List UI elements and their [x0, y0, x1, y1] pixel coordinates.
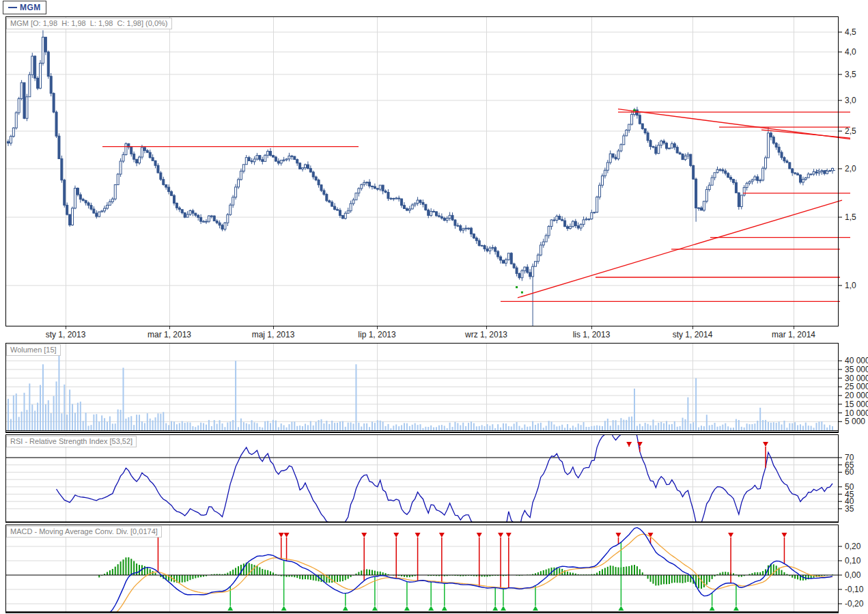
macd-borders — [5, 525, 839, 613]
rsi-chart[interactable]: 70656050454035 — [0, 434, 868, 523]
svg-text:sty 1, 2013: sty 1, 2013 — [46, 330, 86, 339]
volume-borders — [5, 343, 839, 432]
x-axis-strip: sty 1, 2013mar 1, 2013maj 1, 2013lip 1, … — [0, 326, 868, 343]
volume-panel: 40 00035 00030 00025 00020 00015 00010 0… — [0, 343, 868, 434]
svg-text:-0,10: -0,10 — [845, 585, 864, 594]
svg-text:lip 1, 2013: lip 1, 2013 — [358, 330, 396, 339]
svg-text:0,00: 0,00 — [845, 570, 861, 580]
svg-text:0,10: 0,10 — [845, 556, 861, 566]
svg-text:3,5: 3,5 — [845, 70, 856, 79]
svg-text:wrz 1, 2013: wrz 1, 2013 — [464, 330, 507, 339]
app-root: MGM 4,54,03,53,02,52,01,51,0 MGM [O: 1,9… — [0, 0, 868, 614]
volume-bars — [8, 356, 833, 430]
x-axis-labels: sty 1, 2013mar 1, 2013maj 1, 2013lip 1, … — [46, 326, 816, 339]
fractal-marker — [521, 292, 523, 294]
svg-text:-0,20: -0,20 — [845, 599, 864, 609]
macd-buy-arrows — [227, 542, 739, 611]
svg-text:2,5: 2,5 — [845, 126, 856, 136]
price-y-axis: 4,54,03,53,02,52,01,51,0 — [839, 27, 856, 290]
rsi-line — [57, 434, 832, 523]
rsi-panel-header: RSI - Relative Strength Index [53,52] — [6, 436, 137, 447]
svg-text:lis 1, 2013: lis 1, 2013 — [573, 330, 611, 339]
macd-panel: 0,200,100,00-0,10-0,20 MACD - Moving Ave… — [0, 525, 868, 614]
instrument-tab[interactable]: MGM — [3, 1, 46, 14]
rsi-y-axis: 70656050454035 — [839, 453, 854, 514]
rsi-borders — [5, 434, 839, 522]
price-panel-header: MGM [O: 1,98 H: 1,98 L: 1,98 C: 1,98] (0… — [6, 18, 172, 29]
svg-text:4,5: 4,5 — [845, 27, 856, 37]
svg-text:1,0: 1,0 — [845, 281, 856, 290]
svg-text:1,5: 1,5 — [845, 212, 856, 222]
fractal-marker — [634, 109, 636, 111]
macd-panel-header: MACD - Moving Average Conv. Div. [0,0174… — [6, 526, 162, 538]
svg-text:mar 1, 2013: mar 1, 2013 — [148, 330, 191, 339]
svg-text:60: 60 — [845, 467, 854, 477]
macd-line — [78, 527, 832, 614]
svg-text:0,20: 0,20 — [845, 542, 861, 551]
price-grid — [6, 17, 838, 326]
series-line-icon — [8, 7, 17, 8]
svg-text:mar 1, 2014: mar 1, 2014 — [772, 330, 815, 339]
tab-label: MGM — [20, 3, 41, 12]
tab-strip: MGM — [0, 0, 868, 16]
svg-text:5 000: 5 000 — [845, 417, 865, 426]
price-panel: 4,54,03,53,02,52,01,51,0 MGM [O: 1,98 H:… — [0, 16, 868, 326]
price-borders — [5, 16, 839, 326]
svg-text:2,0: 2,0 — [845, 164, 856, 173]
macd-chart[interactable]: 0,200,100,00-0,10-0,20 — [0, 525, 868, 614]
volume-chart[interactable]: 40 00035 00030 00025 00020 00015 00010 0… — [0, 343, 868, 434]
volume-panel-header: Wolumen [15] — [6, 344, 61, 356]
x-axis: sty 1, 2013mar 1, 2013maj 1, 2013lip 1, … — [0, 326, 868, 343]
rsi-panel: 70656050454035 RSI - Relative Strength I… — [0, 434, 868, 523]
svg-text:35: 35 — [845, 504, 854, 514]
macd-y-axis: 0,200,100,00-0,10-0,20 — [839, 542, 864, 609]
svg-text:sty 1, 2014: sty 1, 2014 — [673, 330, 713, 339]
price-chart[interactable]: 4,54,03,53,02,52,01,51,0 — [0, 16, 868, 326]
volume-y-axis: 40 00035 00030 00025 00020 00015 00010 0… — [839, 356, 868, 426]
fractal-marker — [516, 286, 518, 288]
rsi-grid — [6, 435, 838, 522]
rsi-sell-arrows — [626, 442, 768, 468]
svg-text:4,0: 4,0 — [845, 47, 856, 57]
svg-text:maj 1, 2013: maj 1, 2013 — [252, 330, 295, 339]
svg-text:3,0: 3,0 — [845, 96, 856, 105]
